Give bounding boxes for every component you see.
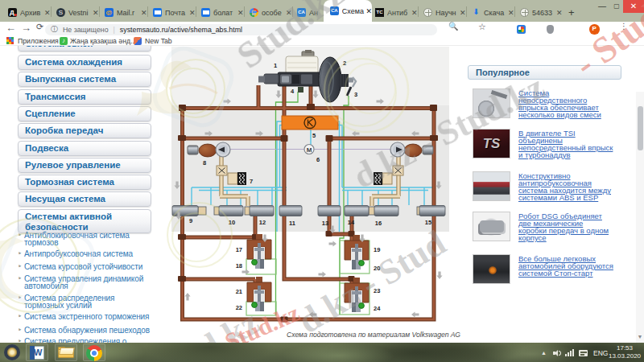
svg-text:13: 13	[322, 220, 328, 227]
svg-text:5: 5	[312, 132, 316, 139]
svg-text:24: 24	[374, 305, 381, 312]
svg-text:11: 11	[289, 220, 295, 227]
svg-text:16: 16	[375, 220, 382, 227]
svg-text:21: 21	[236, 288, 242, 295]
svg-text:7: 7	[250, 178, 253, 185]
svg-text:9: 9	[189, 217, 192, 224]
svg-text:8: 8	[203, 159, 206, 167]
svg-text:10: 10	[229, 219, 235, 226]
svg-text:20: 20	[374, 265, 380, 272]
svg-text:22: 22	[236, 304, 242, 311]
svg-text:14: 14	[348, 219, 355, 226]
svg-text:12: 12	[259, 219, 266, 226]
svg-text:23: 23	[374, 287, 380, 294]
svg-text:2: 2	[343, 60, 346, 67]
svg-text:Схема подготовлена по материал: Схема подготовлена по материалам Volkswa…	[287, 331, 460, 339]
svg-text:6: 6	[316, 156, 320, 163]
svg-text:1: 1	[274, 62, 277, 69]
svg-text:19: 19	[374, 246, 380, 253]
svg-text:M: M	[307, 146, 312, 154]
svg-text:15: 15	[425, 219, 431, 226]
svg-text:3: 3	[354, 91, 357, 98]
svg-text:18: 18	[236, 262, 242, 269]
svg-text:17: 17	[236, 246, 242, 253]
